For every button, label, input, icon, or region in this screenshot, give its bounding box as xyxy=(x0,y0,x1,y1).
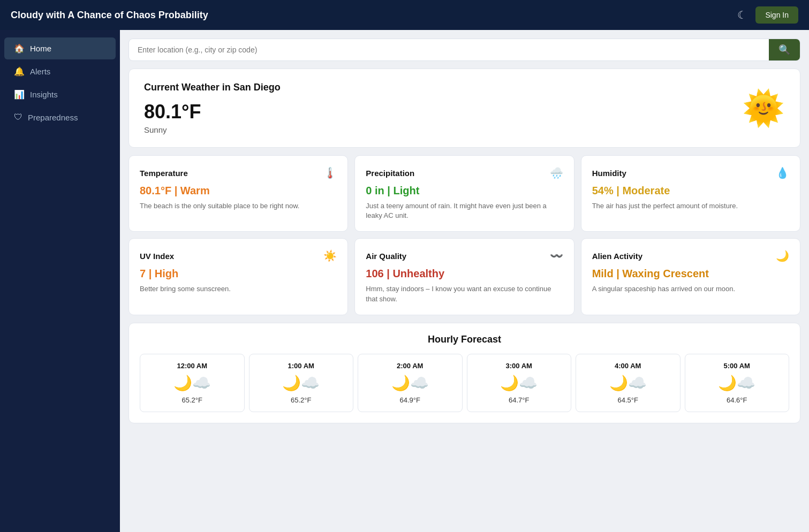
hourly-time-3: 3:00 AM xyxy=(473,362,566,370)
metric-header-2: Humidity 💧 xyxy=(592,166,789,179)
metric-header-4: Air Quality 〰️ xyxy=(366,249,563,262)
insights-icon: 📊 xyxy=(14,89,25,100)
search-bar: 🔍 xyxy=(128,39,800,61)
metric-label-2: Humidity xyxy=(592,169,626,178)
hourly-time-5: 5:00 AM xyxy=(691,362,784,370)
metric-icon-4: 〰️ xyxy=(550,249,563,262)
metric-desc-0: The beach is the only suitable place to … xyxy=(140,201,337,211)
metric-label-1: Precipitation xyxy=(366,169,414,178)
hourly-card-1: 1:00 AM 🌙☁️ 65.2°F xyxy=(249,354,354,412)
app-body: 🏠 Home 🔔 Alerts 📊 Insights 🛡 Preparednes… xyxy=(0,30,809,532)
hourly-card-0: 12:00 AM 🌙☁️ 65.2°F xyxy=(140,354,245,412)
hourly-weather-icon-2: 🌙☁️ xyxy=(364,374,457,392)
sidebar-item-alerts[interactable]: 🔔 Alerts xyxy=(4,60,116,82)
metric-label-4: Air Quality xyxy=(366,252,406,261)
metric-icon-1: 🌧️ xyxy=(550,166,563,179)
hourly-weather-icon-0: 🌙☁️ xyxy=(146,374,239,392)
sign-in-button[interactable]: Sign In xyxy=(755,6,798,24)
hourly-card-2: 2:00 AM 🌙☁️ 64.9°F xyxy=(358,354,463,412)
metric-card-3: UV Index ☀️ 7 | High Better bring some s… xyxy=(128,238,348,315)
sidebar-label-alerts: Alerts xyxy=(30,67,50,76)
sidebar-label-preparedness: Preparedness xyxy=(28,113,78,122)
hourly-temp-3: 64.7°F xyxy=(473,396,566,404)
metric-card-1: Precipitation 🌧️ 0 in | Light Just a tee… xyxy=(354,155,574,232)
hourly-temp-0: 65.2°F xyxy=(146,396,239,404)
hourly-card-5: 5:00 AM 🌙☁️ 64.6°F xyxy=(685,354,790,412)
metric-card-4: Air Quality 〰️ 106 | Unhealthy Hmm, stay… xyxy=(354,238,574,315)
hourly-weather-icon-5: 🌙☁️ xyxy=(691,374,784,392)
header-actions: ☾ Sign In xyxy=(737,6,798,24)
metric-value-4: 106 | Unhealthy xyxy=(366,268,563,280)
hourly-forecast-section: Hourly Forecast 12:00 AM 🌙☁️ 65.2°F 1:00… xyxy=(128,323,800,423)
metric-icon-0: 🌡️ xyxy=(323,166,337,179)
metric-icon-2: 💧 xyxy=(776,166,789,179)
app-header: Cloudy with A Chance of Chaos Probabilit… xyxy=(0,0,809,30)
metric-value-0: 80.1°F | Warm xyxy=(140,185,337,197)
hourly-weather-icon-4: 🌙☁️ xyxy=(581,374,675,392)
dark-mode-icon[interactable]: ☾ xyxy=(737,9,747,21)
current-weather-card: Current Weather in San Diego 80.1°F Sunn… xyxy=(128,69,800,148)
weather-info: Current Weather in San Diego 80.1°F Sunn… xyxy=(144,82,281,134)
metric-header-3: UV Index ☀️ xyxy=(140,249,337,262)
sidebar-item-preparedness[interactable]: 🛡 Preparedness xyxy=(4,107,116,128)
home-icon: 🏠 xyxy=(14,43,25,54)
metric-label-5: Alien Activity xyxy=(592,252,642,261)
metric-icon-5: 🌙 xyxy=(776,249,789,262)
metric-desc-1: Just a teeny amount of rain. It might ha… xyxy=(366,201,563,221)
sidebar-label-insights: Insights xyxy=(30,90,58,99)
hourly-card-4: 4:00 AM 🌙☁️ 64.5°F xyxy=(576,354,681,412)
hourly-temp-5: 64.6°F xyxy=(691,396,784,404)
sidebar-item-insights[interactable]: 📊 Insights xyxy=(4,83,116,105)
hourly-time-4: 4:00 AM xyxy=(581,362,675,370)
metric-card-2: Humidity 💧 54% | Moderate The air has ju… xyxy=(581,155,800,232)
hourly-title: Hourly Forecast xyxy=(140,334,789,345)
metric-desc-4: Hmm, stay indoors – I know you want an e… xyxy=(366,284,563,303)
metric-header-0: Temperature 🌡️ xyxy=(140,166,337,179)
hourly-temp-1: 65.2°F xyxy=(255,396,348,404)
hourly-temp-4: 64.5°F xyxy=(581,396,675,404)
alerts-icon: 🔔 xyxy=(14,66,25,77)
sidebar: 🏠 Home 🔔 Alerts 📊 Insights 🛡 Preparednes… xyxy=(0,30,120,532)
hourly-time-2: 2:00 AM xyxy=(364,362,457,370)
preparedness-icon: 🛡 xyxy=(14,112,22,122)
search-input[interactable] xyxy=(129,39,769,60)
weather-title: Current Weather in San Diego xyxy=(144,82,281,93)
metric-card-0: Temperature 🌡️ 80.1°F | Warm The beach i… xyxy=(128,155,348,232)
weather-temperature: 80.1°F xyxy=(144,101,281,123)
metrics-grid: Temperature 🌡️ 80.1°F | Warm The beach i… xyxy=(128,155,800,315)
sun-icon: 🌞 xyxy=(742,88,785,128)
weather-condition: Sunny xyxy=(144,125,281,134)
metric-header-1: Precipitation 🌧️ xyxy=(366,166,563,179)
metric-icon-3: ☀️ xyxy=(323,249,337,262)
metric-value-1: 0 in | Light xyxy=(366,185,563,197)
hourly-time-1: 1:00 AM xyxy=(255,362,348,370)
metric-value-3: 7 | High xyxy=(140,268,337,280)
metric-desc-2: The air has just the perfect amount of m… xyxy=(592,201,789,211)
metric-desc-3: Better bring some sunscreen. xyxy=(140,284,337,294)
hourly-grid: 12:00 AM 🌙☁️ 65.2°F 1:00 AM 🌙☁️ 65.2°F 2… xyxy=(140,354,789,412)
hourly-weather-icon-1: 🌙☁️ xyxy=(255,374,348,392)
hourly-temp-2: 64.9°F xyxy=(364,396,457,404)
hourly-card-3: 3:00 AM 🌙☁️ 64.7°F xyxy=(467,354,572,412)
app-title: Cloudy with A Chance of Chaos Probabilit… xyxy=(11,10,208,21)
metric-label-0: Temperature xyxy=(140,169,188,178)
hourly-weather-icon-3: 🌙☁️ xyxy=(473,374,566,392)
search-button[interactable]: 🔍 xyxy=(769,39,800,60)
metric-card-5: Alien Activity 🌙 Mild | Waxing Crescent … xyxy=(581,238,800,315)
metric-label-3: UV Index xyxy=(140,252,174,261)
metric-value-5: Mild | Waxing Crescent xyxy=(592,268,789,280)
hourly-time-0: 12:00 AM xyxy=(146,362,239,370)
sidebar-item-home[interactable]: 🏠 Home xyxy=(4,37,116,59)
sidebar-label-home: Home xyxy=(30,44,51,53)
metric-desc-5: A singular spaceship has arrived on our … xyxy=(592,284,789,294)
main-content: 🔍 Current Weather in San Diego 80.1°F Su… xyxy=(120,30,809,532)
metric-value-2: 54% | Moderate xyxy=(592,185,789,197)
metric-header-5: Alien Activity 🌙 xyxy=(592,249,789,262)
